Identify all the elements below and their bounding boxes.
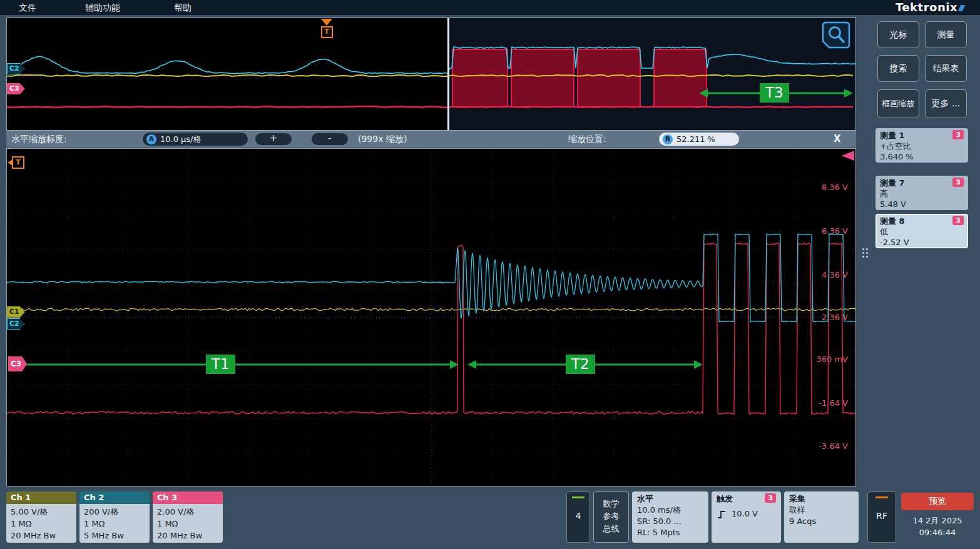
preview-button[interactable]: 预览 — [901, 493, 974, 510]
horizontal-scale: 10.0 ms/格 — [637, 505, 703, 516]
measurement-name: 低 — [880, 226, 964, 237]
voltage-label: 4.36 V — [822, 270, 848, 280]
menu-item-file[interactable]: 文件 — [19, 0, 36, 15]
t2-annotation-label: T2 — [566, 355, 595, 374]
zoom-scale-text: 10.0 µs/格 — [160, 134, 202, 145]
rf-color-dash-icon — [875, 496, 888, 498]
t1-annotation-label: T1 — [206, 355, 235, 374]
trigger-level: 10.0 V — [732, 508, 758, 520]
trigger-t-icon: T — [321, 26, 333, 38]
date-label: 14 2月 2025 — [901, 515, 974, 526]
channel-name: Ch 1 — [6, 491, 76, 504]
acquisition-title: 采集 — [789, 493, 805, 505]
bus-label: 总线 — [594, 523, 628, 535]
measurement-card[interactable]: 测量 7 3 高 5.48 V — [875, 176, 968, 210]
results-table-button[interactable]: 结果表 — [925, 55, 967, 82]
zoom-position-value[interactable]: B 52.211 % — [659, 133, 739, 146]
channel-impedance: 1 MΩ — [84, 518, 145, 530]
zoom-close-button[interactable]: X — [834, 131, 841, 148]
measurement-card[interactable]: 测量 8 3 低 -2.52 V — [875, 214, 968, 248]
channel-badge-ch2[interactable]: Ch 2 200 V/格 1 MΩ 5 MHz Bw — [79, 491, 150, 543]
horizontal-panel[interactable]: 水平 10.0 ms/格 SR: 50.0 ... RL: 5 Mpts — [632, 491, 708, 543]
channel-name: Ch 3 — [153, 491, 223, 504]
acquisition-panel[interactable]: 采集 取样 9 Acqs — [784, 491, 859, 543]
measure-button[interactable]: 测量 — [925, 21, 967, 48]
zoom-scale-value[interactable]: A 10.0 µs/格 — [143, 133, 248, 146]
measurement-source-badge: 3 — [952, 130, 964, 139]
math-label: 数学 — [594, 498, 628, 510]
voltage-label: -3.64 V — [819, 441, 848, 451]
voltage-label: -1.64 V — [819, 398, 848, 408]
channel-impedance: 1 MΩ — [11, 518, 72, 530]
main-waveform-svg — [7, 149, 855, 486]
math-ref-bus-button[interactable]: 数学 参考 总线 — [593, 491, 629, 543]
trigger-panel[interactable]: 触发 3 10.0 V — [712, 491, 781, 543]
trigger-position-flag[interactable]: T — [320, 19, 334, 38]
b-knob-icon: B — [663, 134, 673, 144]
menu-item-utility[interactable]: 辅助功能 — [85, 0, 120, 15]
trigger-arrow-icon — [321, 19, 332, 26]
voltage-label: 6.36 V — [822, 226, 848, 236]
zoom-factor-label: (999x 缩放) — [358, 131, 407, 148]
measurement-title: 测量 1 — [880, 130, 905, 141]
menu-item-help[interactable]: 帮助 — [174, 0, 191, 15]
channel-bandwidth: 20 MHz Bw — [157, 530, 218, 541]
record-length: RL: 5 Mpts — [637, 527, 703, 538]
rising-edge-icon — [717, 510, 727, 519]
ch4-label: 4 — [567, 511, 590, 521]
tektronix-logo: Tektronix — [896, 0, 964, 15]
measurement-source-badge: 3 — [952, 216, 964, 225]
channel4-badge[interactable]: 4 — [566, 491, 590, 543]
magnifier-icon[interactable] — [822, 21, 850, 49]
trigger-indicator-t[interactable]: T — [12, 156, 24, 169]
zoom-position-label: 缩放位置: — [568, 131, 606, 148]
measurement-title: 测量 8 — [880, 216, 905, 226]
t3-annotation-label: T3 — [760, 83, 789, 103]
rf-label: RF — [868, 511, 896, 521]
channel-badge-ch1[interactable]: Ch 1 5.00 V/格 1 MΩ 20 MHz Bw — [6, 491, 76, 543]
channel-bandwidth: 20 MHz Bw — [11, 530, 72, 541]
trigger-title: 触发 — [717, 493, 733, 505]
panel-drag-handle[interactable] — [862, 248, 868, 258]
ch4-color-dash-icon — [572, 496, 584, 498]
channel-name: Ch 2 — [79, 491, 150, 504]
measurement-source-badge: 3 — [952, 178, 964, 187]
measurement-card[interactable]: 测量 1 3 +占空比 3.640 % — [875, 128, 968, 163]
zoom-position-text: 52.211 % — [676, 134, 715, 144]
zoom-overview-panel: T C2 C3 T3 — [6, 18, 856, 131]
more-button[interactable]: 更多 ... — [925, 89, 967, 118]
zoom-scale-label: 水平缩放标度: — [11, 131, 67, 148]
channel-bandwidth: 5 MHz Bw — [84, 530, 145, 541]
main-waveform-display: T C1 C2 C3 T1 T2 8.36 V 6.36 V 4.36 V 2.… — [6, 148, 856, 486]
measurement-value: 3.640 % — [880, 151, 964, 162]
horizontal-zoom-toolbar: 水平缩放标度: A 10.0 µs/格 + - (999x 缩放) 缩放位置: … — [6, 131, 856, 148]
cursors-button[interactable]: 光标 — [877, 21, 919, 48]
measurement-name: 高 — [880, 188, 964, 199]
time-label: 09:46:44 — [901, 528, 974, 537]
ref-label: 参考 — [594, 510, 628, 523]
channel-scale: 200 V/格 — [84, 506, 145, 518]
trigger-level-arrow[interactable] — [842, 151, 854, 161]
oscilloscope-app: 文件 辅助功能 帮助 Tektronix T C2 C3 T3 水平缩放标度: … — [0, 0, 980, 549]
voltage-label: 2.36 V — [822, 313, 848, 322]
search-button[interactable]: 搜索 — [877, 55, 919, 82]
zoom-out-button[interactable]: - — [312, 133, 348, 145]
measurement-title: 测量 7 — [880, 178, 905, 188]
measurement-value: 5.48 V — [880, 199, 964, 209]
a-knob-icon: A — [146, 134, 156, 144]
channel-scale: 2.00 V/格 — [157, 506, 218, 518]
magnifier-glyph — [822, 21, 850, 49]
channel-impedance: 1 MΩ — [157, 518, 218, 530]
zoom-box-button[interactable]: 框画缩放 — [877, 89, 919, 118]
menu-bar: 文件 辅助功能 帮助 Tektronix — [0, 0, 980, 15]
sample-rate: SR: 50.0 ... — [637, 516, 703, 527]
channel-scale: 5.00 V/格 — [11, 506, 72, 518]
overview-waveform-svg — [7, 18, 855, 130]
voltage-label: 360 mV — [816, 355, 848, 364]
acquisition-mode: 取样 — [789, 505, 854, 516]
rf-badge[interactable]: RF — [867, 491, 896, 543]
horizontal-title: 水平 — [637, 493, 653, 505]
channel-badge-ch3[interactable]: Ch 3 2.00 V/格 1 MΩ 20 MHz Bw — [153, 491, 223, 543]
zoom-in-button[interactable]: + — [255, 133, 292, 145]
trigger-source-badge: 3 — [765, 493, 776, 503]
